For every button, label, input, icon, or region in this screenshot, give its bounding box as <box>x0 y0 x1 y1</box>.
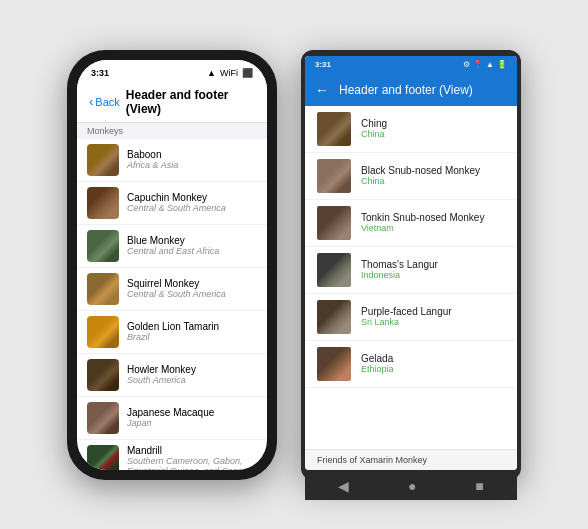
iphone-list-item[interactable]: Howler Monkey South America <box>77 354 267 397</box>
android-status-bar: 3:31 ⚙ 📍 ▲ 🔋 <box>305 56 517 74</box>
monkey-location: Indonesia <box>361 270 438 280</box>
iphone-section-header: Monkeys <box>77 123 267 139</box>
android-home-nav[interactable]: ● <box>408 478 416 494</box>
main-container: 3:31 ▲ WiFi ⬛ ‹ Back Header and footer (… <box>47 30 541 500</box>
monkey-thumbnail <box>87 402 119 434</box>
monkey-name: Baboon <box>127 149 178 160</box>
android-list-item[interactable]: Tonkin Snub-nosed Monkey Vietnam <box>305 200 517 247</box>
android-list: Ching China Black Snub-nosed Monkey Chin… <box>305 106 517 449</box>
monkey-location: Central & South America <box>127 289 226 299</box>
android-nav-bar: ◀ ● ■ <box>305 472 517 500</box>
android-header: ← Header and footer (View) <box>305 74 517 106</box>
monkey-thumbnail <box>317 112 351 146</box>
monkey-thumbnail <box>87 445 119 470</box>
iphone-list-item[interactable]: Baboon Africa & Asia <box>77 139 267 182</box>
monkey-name: Tonkin Snub-nosed Monkey <box>361 212 484 223</box>
monkey-thumbnail <box>317 159 351 193</box>
monkey-name: Capuchin Monkey <box>127 192 226 203</box>
android-list-item[interactable]: Thomas's Langur Indonesia <box>305 247 517 294</box>
iphone-list-item[interactable]: Squirrel Monkey Central & South America <box>77 268 267 311</box>
monkey-thumbnail <box>87 359 119 391</box>
iphone-time: 3:31 <box>91 68 109 78</box>
iphone-list-item[interactable]: Capuchin Monkey Central & South America <box>77 182 267 225</box>
android-list-item[interactable]: Gelada Ethiopia <box>305 341 517 388</box>
monkey-location: Southern Cameroon, Gabon, Equatorial Gui… <box>127 456 257 470</box>
monkey-location: Central and East Africa <box>127 246 219 256</box>
android-back-nav[interactable]: ◀ <box>338 478 349 494</box>
monkey-thumbnail <box>317 206 351 240</box>
android-back-icon[interactable]: ← <box>315 82 329 98</box>
monkey-location: Ethiopia <box>361 364 394 374</box>
iphone-list-item[interactable]: Mandrill Southern Cameroon, Gabon, Equat… <box>77 440 267 470</box>
monkey-location: Central & South America <box>127 203 226 213</box>
iphone-list-item[interactable]: Blue Monkey Central and East Africa <box>77 225 267 268</box>
android-recent-nav[interactable]: ■ <box>475 478 483 494</box>
monkey-location: Japan <box>127 418 214 428</box>
iphone-back-button[interactable]: ‹ Back <box>89 94 120 109</box>
monkey-location: Vietnam <box>361 223 484 233</box>
monkey-name: Squirrel Monkey <box>127 278 226 289</box>
monkey-location: Brazil <box>127 332 219 342</box>
monkey-name: Blue Monkey <box>127 235 219 246</box>
monkey-name: Purple-faced Langur <box>361 306 452 317</box>
monkey-thumbnail <box>317 300 351 334</box>
iphone-status-bar: 3:31 ▲ WiFi ⬛ <box>77 60 267 82</box>
monkey-location: Africa & Asia <box>127 160 178 170</box>
iphone-list: Baboon Africa & Asia Capuchin Monkey Cen… <box>77 139 267 470</box>
android-list-item[interactable]: Purple-faced Langur Sri Lanka <box>305 294 517 341</box>
monkey-thumbnail <box>87 187 119 219</box>
iphone-page-title: Header and footer (View) <box>126 88 255 116</box>
monkey-thumbnail <box>317 253 351 287</box>
android-device: 3:31 ⚙ 📍 ▲ 🔋 ← Header and footer (View) … <box>301 50 521 480</box>
monkey-name: Ching <box>361 118 387 129</box>
iphone-list-item[interactable]: Golden Lion Tamarin Brazil <box>77 311 267 354</box>
monkey-name: Japanese Macaque <box>127 407 214 418</box>
iphone-list-item[interactable]: Japanese Macaque Japan <box>77 397 267 440</box>
monkey-location: Sri Lanka <box>361 317 452 327</box>
monkey-name: Howler Monkey <box>127 364 196 375</box>
monkey-thumbnail <box>87 144 119 176</box>
monkey-location: China <box>361 129 387 139</box>
monkey-name: Gelada <box>361 353 394 364</box>
monkey-thumbnail <box>87 230 119 262</box>
monkey-thumbnail <box>87 273 119 305</box>
monkey-location: China <box>361 176 480 186</box>
monkey-location: South America <box>127 375 196 385</box>
footer-label: Friends of Xamarin Monkey <box>317 455 427 465</box>
monkey-name: Mandrill <box>127 445 257 456</box>
back-label: Back <box>95 96 119 108</box>
section-label: Monkeys <box>87 126 123 136</box>
iphone-device: 3:31 ▲ WiFi ⬛ ‹ Back Header and footer (… <box>67 50 277 480</box>
iphone-header: ‹ Back Header and footer (View) <box>77 82 267 123</box>
monkey-name: Golden Lion Tamarin <box>127 321 219 332</box>
monkey-thumbnail <box>317 347 351 381</box>
android-footer: Friends of Xamarin Monkey <box>305 449 517 470</box>
monkey-name: Thomas's Langur <box>361 259 438 270</box>
android-time: 3:31 <box>315 60 331 69</box>
android-page-title: Header and footer (View) <box>339 83 507 97</box>
monkey-thumbnail <box>87 316 119 348</box>
chevron-left-icon: ‹ <box>89 94 93 109</box>
android-list-item[interactable]: Ching China <box>305 106 517 153</box>
android-list-item[interactable]: Black Snub-nosed Monkey China <box>305 153 517 200</box>
monkey-name: Black Snub-nosed Monkey <box>361 165 480 176</box>
